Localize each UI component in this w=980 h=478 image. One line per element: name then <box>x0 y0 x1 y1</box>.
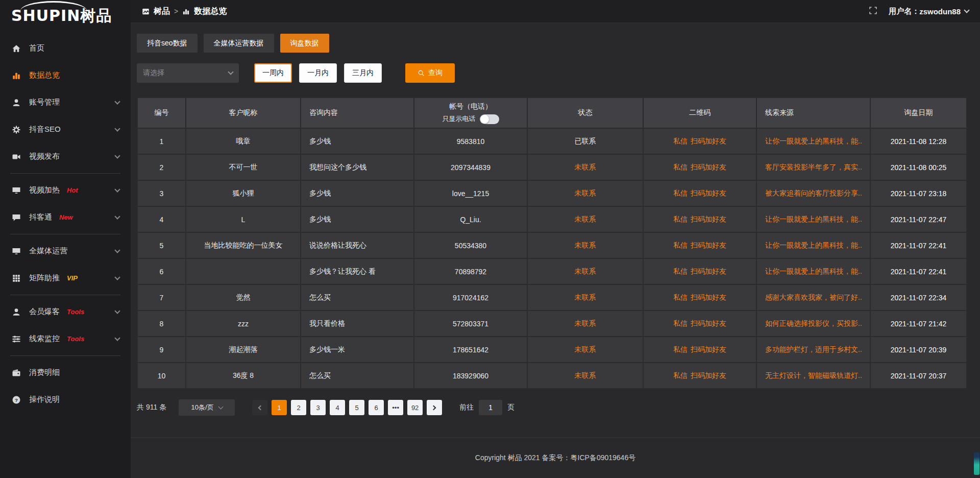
prev-page-button[interactable] <box>252 400 267 415</box>
home-icon <box>11 43 21 54</box>
sidebar-item-label: 首页 <box>29 43 44 53</box>
scan-add-friend-link[interactable]: 扫码加好友 <box>691 163 726 172</box>
sidebar-item-video-publish[interactable]: 视频发布 <box>0 143 131 170</box>
page-size-select[interactable]: 10条/页 <box>179 399 235 416</box>
scan-add-friend-link[interactable]: 扫码加好友 <box>691 215 726 224</box>
private-message-link[interactable]: 私信 <box>673 267 688 276</box>
chevron-down-icon <box>114 126 120 131</box>
sidebar-item-data-overview[interactable]: 数据总览 <box>0 62 131 89</box>
vip-badge: VIP <box>67 274 78 282</box>
sidebar-item-lead-monitoring[interactable]: 线索监控 Tools <box>0 325 131 352</box>
chevron-down-icon <box>114 99 120 104</box>
cell-source: 多功能护栏灯，适用于乡村文... <box>757 337 871 363</box>
source-link[interactable]: 客厅安装投影半年多了，真实... <box>765 163 862 172</box>
scan-add-friend-link[interactable]: 扫码加好友 <box>691 267 726 276</box>
sidebar-item-operation-guide[interactable]: 操作说明 <box>0 386 131 413</box>
sidebar-item-consumption-details[interactable]: 消费明细 <box>0 359 131 386</box>
fullscreen-icon[interactable] <box>869 6 877 17</box>
cell-source: 感谢大家喜欢我家，被问了好... <box>757 285 871 311</box>
chevron-down-icon <box>114 335 120 341</box>
source-link[interactable]: 让你一眼就爱上的黑科技，能... <box>765 215 862 224</box>
page-button-92[interactable]: 92 <box>407 400 423 415</box>
breadcrumb-root[interactable]: 树品 <box>154 6 170 17</box>
scan-add-friend-link[interactable]: 扫码加好友 <box>691 189 726 198</box>
private-message-link[interactable]: 私信 <box>673 189 688 198</box>
sidebar-item-label: 数据总览 <box>29 70 60 80</box>
scan-add-friend-link[interactable]: 扫码加好友 <box>691 137 726 146</box>
account-select[interactable]: 请选择 <box>137 63 239 83</box>
sidebar-item-douketong[interactable]: 抖客通 New <box>0 204 131 231</box>
phone-only-switch[interactable] <box>480 114 499 124</box>
private-message-link[interactable]: 私信 <box>673 319 688 328</box>
page-button-6[interactable]: 6 <box>369 400 384 415</box>
user-menu[interactable]: 用户名： zswodun88 <box>889 7 969 16</box>
page-button-3[interactable]: 3 <box>310 400 326 415</box>
cell-nickname: zzz <box>186 311 301 337</box>
page-button-5[interactable]: 5 <box>349 400 364 415</box>
sidebar-item-member-baoke[interactable]: 会员爆客 Tools <box>0 298 131 325</box>
cell-account: 9583810 <box>414 129 528 155</box>
private-message-link[interactable]: 私信 <box>673 163 688 172</box>
page-ellipsis[interactable]: ••• <box>388 400 403 415</box>
pagination: 共 911 条 10条/页 1 2 3 4 5 6 ••• 92 前往 页 <box>137 399 967 416</box>
sidebar-item-video-heating[interactable]: 视频加热 Hot <box>0 177 131 204</box>
source-link[interactable]: 让你一眼就爱上的黑科技，能... <box>765 267 862 276</box>
scan-add-friend-link[interactable]: 扫码加好友 <box>691 345 726 354</box>
page-button-2[interactable]: 2 <box>291 400 306 415</box>
bar-chart-icon <box>11 70 21 81</box>
next-page-button[interactable] <box>427 400 442 415</box>
side-widget[interactable] <box>974 452 979 475</box>
private-message-link[interactable]: 私信 <box>673 137 688 146</box>
source-link[interactable]: 让你一眼就爱上的黑科技，能... <box>765 137 862 146</box>
sidebar-item-home[interactable]: 首页 <box>0 35 131 62</box>
goto-page-input[interactable] <box>479 400 502 415</box>
cell-source: 被大家追着问的客厅投影分享... <box>757 181 871 207</box>
source-link[interactable]: 无主灯设计，智能磁吸轨道灯... <box>765 371 862 380</box>
breadcrumb: 树品 > 数据总览 <box>142 6 227 17</box>
sidebar-item-omnimedia-operation[interactable]: 全媒体运营 <box>0 237 131 265</box>
sidebar-item-label: 账号管理 <box>29 98 60 107</box>
source-link[interactable]: 被大家追着问的客厅投影分享... <box>765 189 862 198</box>
sidebar-item-matrix-boost[interactable]: 矩阵助推 VIP <box>0 265 131 292</box>
sidebar-item-label: 操作说明 <box>29 395 60 404</box>
page-button-4[interactable]: 4 <box>330 400 345 415</box>
chat-icon <box>11 212 21 223</box>
cell-content: 说说价格让我死心 <box>301 233 414 259</box>
page-button-1[interactable]: 1 <box>272 400 287 415</box>
scan-add-friend-link[interactable]: 扫码加好友 <box>691 371 726 380</box>
cell-status: 未联系 <box>528 311 644 337</box>
sidebar-item-douyin-seo[interactable]: 抖音SEO <box>0 116 131 143</box>
cell-date: 2021-11-07 20:37 <box>871 363 966 389</box>
data-tabs: 抖音seo数据 全媒体运营数据 询盘数据 <box>137 34 967 53</box>
cell-date: 2021-11-07 22:41 <box>871 259 966 285</box>
query-button[interactable]: 查询 <box>405 63 455 83</box>
private-message-link[interactable]: 私信 <box>673 345 688 354</box>
cell-id: 10 <box>138 363 186 389</box>
goto-page: 前往 页 <box>459 400 514 415</box>
cell-account: 50534380 <box>414 233 528 259</box>
grid-icon <box>11 273 21 283</box>
source-link[interactable]: 感谢大家喜欢我家，被问了好... <box>765 293 862 302</box>
period-three-months-button[interactable]: 三月内 <box>344 63 382 83</box>
tab-omnimedia-data[interactable]: 全媒体运营数据 <box>204 34 274 53</box>
private-message-link[interactable]: 私信 <box>673 241 688 250</box>
cell-id: 7 <box>138 285 186 311</box>
private-message-link[interactable]: 私信 <box>673 293 688 302</box>
source-link[interactable]: 让你一眼就爱上的黑科技，能... <box>765 241 862 250</box>
inquiry-table: 编号 客户昵称 咨询内容 帐号（电话） 只显示电话 状态 二维码 线索来源 询盘… <box>137 97 967 389</box>
period-one-month-button[interactable]: 一月内 <box>299 63 337 83</box>
col-header-status: 状态 <box>528 98 644 129</box>
source-link[interactable]: 如何正确选择投影仪，买投影... <box>765 319 862 328</box>
chevron-right-icon <box>431 405 436 410</box>
sidebar-item-account-management[interactable]: 账号管理 <box>0 89 131 116</box>
scan-add-friend-link[interactable]: 扫码加好友 <box>691 293 726 302</box>
scan-add-friend-link[interactable]: 扫码加好友 <box>691 241 726 250</box>
private-message-link[interactable]: 私信 <box>673 371 688 380</box>
period-one-week-button[interactable]: 一周内 <box>254 63 292 83</box>
tab-inquiry-data[interactable]: 询盘数据 <box>280 34 329 53</box>
scan-add-friend-link[interactable]: 扫码加好友 <box>691 319 726 328</box>
tab-douyin-seo-data[interactable]: 抖音seo数据 <box>137 34 198 53</box>
cell-account: 70898792 <box>414 259 528 285</box>
source-link[interactable]: 多功能护栏灯，适用于乡村文... <box>765 345 862 354</box>
private-message-link[interactable]: 私信 <box>673 215 688 224</box>
